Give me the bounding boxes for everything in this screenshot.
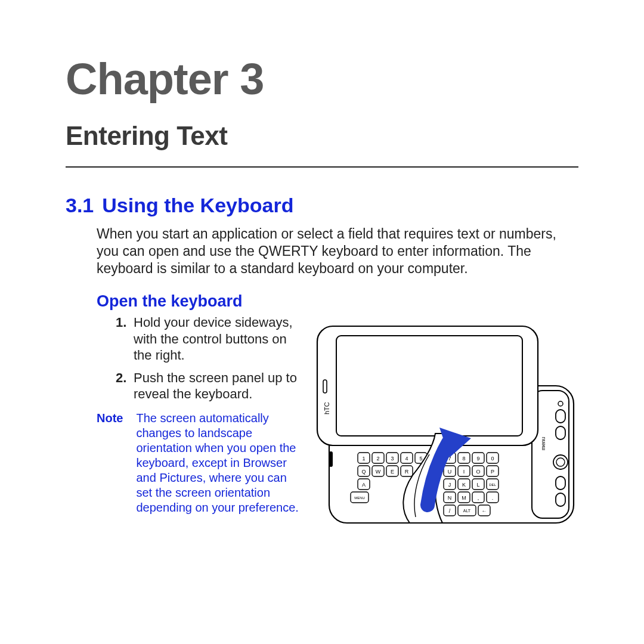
- svg-text:.: .: [492, 495, 494, 501]
- device-illustration: menu 1 2 3 4 5 6 7: [311, 314, 586, 535]
- note-label: Note: [97, 411, 123, 515]
- svg-text:E: E: [391, 469, 394, 475]
- steps-list: Hold your device sideways, with the cont…: [116, 314, 299, 402]
- svg-text:4: 4: [405, 456, 408, 462]
- svg-text:,: ,: [478, 495, 479, 501]
- svg-text:8: 8: [462, 456, 465, 462]
- svg-text:1: 1: [362, 456, 365, 462]
- svg-text:P: P: [491, 469, 494, 475]
- svg-text:5: 5: [419, 456, 422, 462]
- svg-text:U: U: [448, 469, 452, 475]
- svg-text:J: J: [448, 482, 451, 488]
- step-item: Push the screen panel up to reveal the k…: [116, 370, 299, 402]
- svg-rect-73: [336, 336, 522, 436]
- svg-text:M: M: [462, 495, 466, 501]
- svg-text:W: W: [376, 469, 381, 475]
- svg-rect-9: [329, 451, 333, 467]
- svg-text:0: 0: [491, 456, 494, 462]
- step-item: Hold your device sideways, with the cont…: [116, 314, 299, 364]
- menu-label-text: menu: [540, 437, 546, 451]
- note-block: Note The screen automatically changes to…: [97, 411, 299, 515]
- brand-label-text: hTC: [323, 402, 330, 414]
- section-intro: When you start an application or select …: [97, 225, 578, 277]
- svg-text:MENU: MENU: [354, 496, 365, 500]
- section-heading: 3.1Using the Keyboard: [66, 194, 578, 217]
- svg-text:ALT: ALT: [463, 509, 471, 513]
- chapter-title: Chapter 3: [66, 54, 578, 104]
- svg-text:I: I: [463, 469, 465, 475]
- note-text: The screen automatically changes to land…: [136, 411, 299, 515]
- svg-text:←: ←: [482, 508, 487, 514]
- svg-text:R: R: [405, 469, 409, 475]
- two-column-layout: Hold your device sideways, with the cont…: [97, 314, 578, 535]
- svg-text:2: 2: [376, 456, 379, 462]
- svg-text:K: K: [462, 482, 466, 488]
- section-number: 3.1: [66, 194, 94, 216]
- illustration-column: menu 1 2 3 4 5 6 7: [311, 314, 586, 535]
- chapter-divider: [66, 166, 578, 168]
- svg-text:L: L: [476, 482, 479, 488]
- text-column: Hold your device sideways, with the cont…: [97, 314, 299, 515]
- section-title: Using the Keyboard: [102, 194, 293, 216]
- subsection-heading: Open the keyboard: [97, 292, 578, 311]
- svg-text:DEL: DEL: [489, 483, 496, 487]
- svg-text:A: A: [362, 482, 366, 488]
- svg-text:9: 9: [476, 456, 479, 462]
- chapter-subtitle: Entering Text: [66, 121, 578, 151]
- document-page: Chapter 3 Entering Text 3.1Using the Key…: [0, 0, 644, 644]
- svg-text:3: 3: [391, 456, 394, 462]
- svg-text:Q: Q: [361, 469, 366, 475]
- svg-text:N: N: [448, 495, 452, 501]
- svg-text:O: O: [476, 469, 480, 475]
